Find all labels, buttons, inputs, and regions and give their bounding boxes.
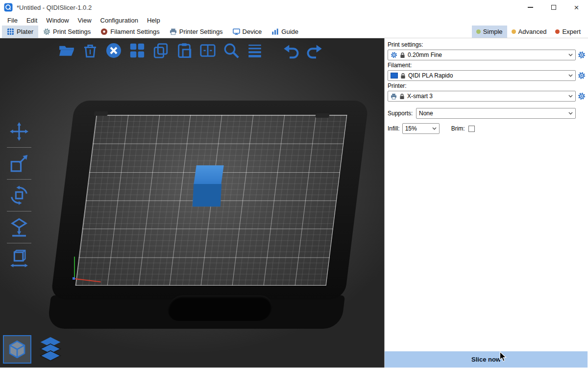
arrange-button[interactable] (127, 41, 147, 60)
simple-mode-dot-icon (476, 29, 481, 34)
mode-expert[interactable]: Expert (551, 26, 585, 38)
paste-icon (176, 42, 193, 59)
printer-bed-handle (167, 295, 273, 321)
edit-printer-button[interactable] (577, 91, 586, 101)
tab-label: Guide (281, 28, 298, 35)
mode-advanced[interactable]: Advanced (507, 26, 551, 38)
menu-help[interactable]: Help (143, 16, 165, 25)
close-button[interactable]: × (565, 0, 588, 15)
advanced-mode-dot-icon (512, 29, 516, 34)
menu-window[interactable]: Window (42, 16, 73, 25)
minimize-button[interactable] (519, 0, 542, 15)
measure-button[interactable] (7, 247, 31, 271)
chevron-down-icon (568, 74, 573, 77)
delete-trash-icon (82, 42, 98, 59)
brim-checkbox[interactable] (468, 126, 475, 132)
3d-view-cube-icon (7, 340, 27, 359)
undo-icon (282, 42, 300, 59)
delete-all-button[interactable] (104, 41, 123, 60)
main-area: Print settings: 0.20mm Fine (0, 38, 588, 368)
infill-label: Infill: (388, 125, 400, 132)
filament-color-swatch (391, 73, 398, 79)
mode-label: Expert (562, 28, 581, 35)
expert-mode-dot-icon (555, 29, 560, 34)
redo-button[interactable] (305, 41, 324, 60)
scene (0, 38, 384, 368)
model-cube[interactable] (193, 165, 223, 208)
3d-viewport[interactable] (0, 38, 385, 368)
undo-button[interactable] (281, 41, 301, 60)
brim-label: Brim: (451, 125, 465, 132)
tab-label: Device (243, 28, 262, 35)
scale-button[interactable] (7, 152, 31, 175)
model-cube-top-face (194, 165, 223, 184)
slice-now-button[interactable]: Slice now (385, 351, 588, 368)
printer-combo[interactable]: X-smart 3 (388, 91, 576, 102)
paste-button[interactable] (174, 41, 194, 60)
tab-label: Printer Settings (179, 28, 223, 35)
open-folder-button[interactable] (57, 41, 76, 60)
tab-print-settings[interactable]: Print Settings (38, 26, 96, 38)
tab-plater[interactable]: Plater (2, 26, 38, 38)
print-settings-value: 0.20mm Fine (408, 52, 566, 58)
menu-file[interactable]: File (3, 16, 22, 25)
window-controls: × (519, 0, 588, 15)
redo-icon (306, 42, 323, 59)
app-logo-icon (4, 3, 13, 12)
search-button[interactable] (221, 41, 241, 60)
split-button[interactable] (198, 41, 218, 60)
maximize-icon (551, 5, 556, 10)
menu-bar: File Edit Window View Configuration Help (0, 15, 588, 26)
menu-view[interactable]: View (74, 16, 96, 25)
supports-label: Supports: (388, 110, 415, 117)
preview-button[interactable] (37, 335, 64, 364)
filament-label: Filament: (388, 62, 586, 69)
filament-value: QIDI PLA Rapido (408, 72, 566, 79)
tab-filament-settings[interactable]: Filament Settings (96, 26, 164, 38)
edit-print-settings-button[interactable] (577, 50, 586, 60)
lock-icon (400, 52, 405, 58)
rotate-button[interactable] (7, 184, 31, 207)
minimize-icon (528, 7, 533, 8)
guide-bars-icon (271, 28, 279, 35)
mode-switcher: Simple Advanced Expert (472, 26, 588, 38)
origin-indicator (73, 277, 75, 280)
chevron-down-icon (568, 53, 573, 56)
menu-configuration[interactable]: Configuration (96, 16, 143, 25)
tab-label: Print Settings (53, 28, 91, 35)
infill-combo[interactable]: 15% (402, 123, 440, 134)
chevron-down-icon (432, 127, 437, 130)
open-folder-icon (58, 42, 75, 59)
3d-editor-view-button[interactable] (3, 335, 31, 364)
filament-spool-icon (100, 28, 108, 35)
model-cube-front-face (193, 184, 221, 207)
variable-layer-height-icon (246, 42, 263, 59)
tab-guide[interactable]: Guide (267, 26, 303, 38)
tab-bar: Plater Print Settings Filament Settings … (0, 26, 588, 38)
tab-device[interactable]: Device (228, 26, 267, 38)
variable-layer-height-button[interactable] (245, 41, 265, 60)
filament-combo[interactable]: QIDI PLA Rapido (388, 70, 576, 81)
maximize-button[interactable] (542, 0, 565, 15)
mode-simple[interactable]: Simple (472, 26, 507, 38)
menu-edit[interactable]: Edit (22, 16, 42, 25)
search-icon (222, 42, 240, 59)
split-icon (199, 42, 216, 59)
print-settings-combo[interactable]: 0.20mm Fine (388, 50, 576, 60)
delete-button[interactable] (80, 41, 100, 60)
bed-clip (315, 113, 329, 118)
move-button[interactable] (7, 120, 31, 143)
place-on-face-icon (9, 217, 29, 237)
scale-icon (9, 153, 29, 174)
supports-combo[interactable]: None (416, 108, 576, 119)
close-icon: × (574, 3, 579, 12)
chevron-down-icon (568, 95, 573, 98)
tab-printer-settings[interactable]: Printer Settings (165, 26, 228, 38)
mouse-cursor (499, 351, 508, 362)
measure-icon (9, 249, 29, 269)
printer-icon (391, 93, 397, 100)
view-mode-toolbar (3, 335, 64, 364)
place-on-face-button[interactable] (7, 215, 31, 239)
edit-filament-button[interactable] (577, 71, 586, 80)
copy-button[interactable] (151, 41, 171, 60)
